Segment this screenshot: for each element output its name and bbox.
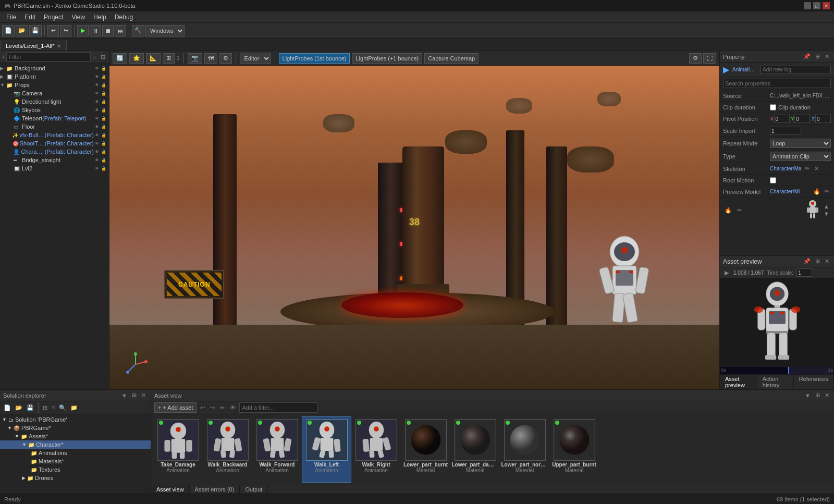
sol-float-btn[interactable]: ⊞	[130, 391, 138, 399]
viewport-lightmap-btn[interactable]: 🌟	[129, 53, 144, 64]
sol-item-solution[interactable]: ▼ 🗂 Solution 'PBRGame'	[0, 415, 151, 424]
tree-item-lvl2[interactable]: 🔲 Lvl2 👁 🔒	[0, 164, 109, 173]
menu-edit[interactable]: Edit	[20, 13, 40, 22]
preview-model-btn-1[interactable]: 🔥	[723, 206, 733, 214]
menu-file[interactable]: File	[2, 13, 20, 22]
sol-item-textures[interactable]: 📁 Textures	[0, 465, 151, 474]
viewport-settings-btn[interactable]: ⚙	[219, 53, 232, 64]
skeleton-edit-btn[interactable]: ✏	[803, 165, 811, 173]
tab-references[interactable]: References	[794, 375, 834, 389]
asset-view-close-btn[interactable]: ✕	[823, 391, 831, 399]
asset-item-lower-normal[interactable]: Lower_part_normal Material	[500, 416, 549, 483]
preview-timescale-input[interactable]	[796, 268, 812, 277]
property-pin-btn[interactable]: 📌	[802, 53, 812, 60]
rotate-down-btn[interactable]: ▼	[822, 210, 831, 217]
menu-project[interactable]: Project	[40, 13, 67, 22]
maximize-button[interactable]: □	[813, 2, 820, 9]
type-select[interactable]: Animation Clip	[770, 152, 831, 161]
minimize-button[interactable]: ─	[804, 2, 811, 9]
sol-list-btn[interactable]: ≡	[50, 404, 56, 411]
sol-filter-btn[interactable]: 🔍	[57, 404, 68, 412]
save-button[interactable]: 💾	[29, 25, 42, 36]
undo-button[interactable]: ↩	[47, 25, 59, 36]
lock-btn-camera[interactable]: 🔒	[101, 90, 107, 96]
preview-model-btn-2[interactable]: ✏	[735, 206, 743, 214]
viewport-mode-select[interactable]: Editor Game	[240, 53, 271, 64]
asset-redo-btn[interactable]: ↪	[208, 404, 216, 412]
tree-item-floor[interactable]: ▭ Floor 👁 🔒	[0, 122, 109, 131]
visibility-btn-bridge[interactable]: 👁	[94, 157, 100, 163]
stop-button[interactable]: ⏹	[102, 25, 114, 36]
rotate-up-btn[interactable]: ▲	[822, 203, 831, 210]
asset-preview-pin-btn[interactable]: 📌	[802, 257, 812, 265]
lock-btn-light[interactable]: 🔒	[101, 99, 107, 105]
viewport-scene[interactable]: 38 CAUTION	[109, 66, 719, 389]
viewport-maximize-btn[interactable]: ⛶	[703, 53, 716, 64]
pause-button[interactable]: ⏸	[90, 25, 101, 36]
visibility-btn-lvl2[interactable]: 👁	[94, 165, 100, 171]
lightprobes-plus1-btn[interactable]: LightProbes (+1 bounce)	[352, 53, 422, 64]
pivot-y-input[interactable]	[794, 115, 810, 123]
visibility-btn-teleport[interactable]: 👁	[94, 115, 100, 121]
property-float-btn[interactable]: ⊞	[814, 53, 821, 60]
add-asset-button[interactable]: + + Add asset	[154, 402, 197, 413]
asset-view-minimize-btn[interactable]: ▼	[803, 391, 812, 399]
menu-help[interactable]: Help	[89, 13, 111, 22]
pivot-x-input[interactable]	[774, 115, 790, 123]
visibility-btn-background[interactable]: 👁	[94, 65, 100, 71]
platform-select[interactable]: Windows	[145, 25, 185, 36]
scene-tree-view-btn[interactable]: ≡	[92, 53, 98, 60]
step-button[interactable]: ⏭	[115, 25, 126, 36]
asset-item-upper-burnt[interactable]: Upper_part_burnt Material	[549, 416, 599, 483]
lock-btn-teleport[interactable]: 🔒	[101, 115, 107, 121]
tab-level[interactable]: Levels/Level_1-All* ✕	[0, 41, 67, 51]
scene-viewport[interactable]: 38 CAUTION	[109, 66, 719, 389]
lock-btn-platform[interactable]: 🔒	[101, 73, 107, 80]
new-button[interactable]: 📄	[2, 25, 15, 36]
sol-item-assets[interactable]: ▼ 📁 Assets*	[0, 432, 151, 440]
asset-filter-input[interactable]	[239, 402, 317, 413]
tab-close-button[interactable]: ✕	[57, 43, 61, 49]
sol-grid-btn[interactable]: ⊞	[41, 404, 49, 412]
viewport-nav-btn[interactable]: 🗺	[204, 53, 217, 64]
property-close-btn[interactable]: ✕	[823, 53, 831, 60]
lock-btn-lvl2[interactable]: 🔒	[101, 165, 107, 171]
add-entity-button[interactable]: +	[2, 54, 5, 60]
preview-model-edit-btn[interactable]: ✏	[823, 188, 831, 195]
timeline-track[interactable]: 0s 1s	[720, 367, 834, 374]
visibility-btn-character[interactable]: 👁	[94, 149, 100, 155]
sol-item-character[interactable]: ▼ 📁 Character*	[0, 440, 151, 449]
lock-btn-vfx[interactable]: 🔒	[101, 132, 107, 138]
visibility-btn-floor[interactable]: 👁	[94, 124, 100, 130]
sol-open-btn[interactable]: 📂	[14, 404, 24, 412]
viewport-gizmo-btn[interactable]: 📐	[146, 53, 161, 64]
viewport-grid-btn[interactable]: ⊞	[163, 53, 175, 64]
repeat-mode-select[interactable]: Loop PlayOnce Hold	[770, 139, 831, 148]
root-motion-checkbox[interactable]	[770, 177, 776, 183]
asset-item-walk-right[interactable]: Walk_Right Animation	[351, 416, 401, 483]
asset-view-float-btn[interactable]: ⊞	[814, 391, 821, 399]
lock-btn-props[interactable]: 🔒	[101, 82, 107, 88]
asset-preview-float-btn[interactable]: ⊞	[814, 257, 821, 265]
lock-btn-skybox[interactable]: 🔒	[101, 107, 107, 113]
lock-btn-bridge[interactable]: 🔒	[101, 157, 107, 163]
sol-item-materials[interactable]: 📁 Materials*	[0, 457, 151, 465]
lock-btn-floor[interactable]: 🔒	[101, 124, 107, 130]
visibility-btn-camera[interactable]: 👁	[94, 90, 100, 96]
asset-undo-btn[interactable]: ↩	[199, 404, 206, 412]
viewport-settings-icon[interactable]: ⚙	[689, 53, 702, 64]
visibility-btn-props[interactable]: 👁	[94, 82, 100, 88]
close-button[interactable]: ✕	[823, 2, 830, 9]
asset-item-walk-backward[interactable]: Walk_Backward Animation	[203, 416, 252, 483]
property-search-input[interactable]	[723, 79, 831, 88]
visibility-btn-shoottarget[interactable]: 👁	[94, 140, 100, 146]
preview-play-btn[interactable]: ▶	[723, 269, 730, 277]
visibility-btn-vfx[interactable]: 👁	[94, 132, 100, 138]
tab-asset-preview[interactable]: Asset preview	[720, 375, 757, 389]
tree-item-shoottarget[interactable]: 🎯 ShootTarget (Prefab: Character) 👁 🔒	[0, 139, 109, 147]
asset-tab-output[interactable]: Output	[240, 485, 268, 494]
asset-item-take-damage[interactable]: Take_Damage Animation	[153, 416, 203, 483]
sol-folder-btn[interactable]: 📁	[69, 404, 79, 412]
tab-action-history[interactable]: Action history	[757, 375, 794, 389]
prop-source-browse-btn[interactable]: ...	[823, 92, 831, 100]
